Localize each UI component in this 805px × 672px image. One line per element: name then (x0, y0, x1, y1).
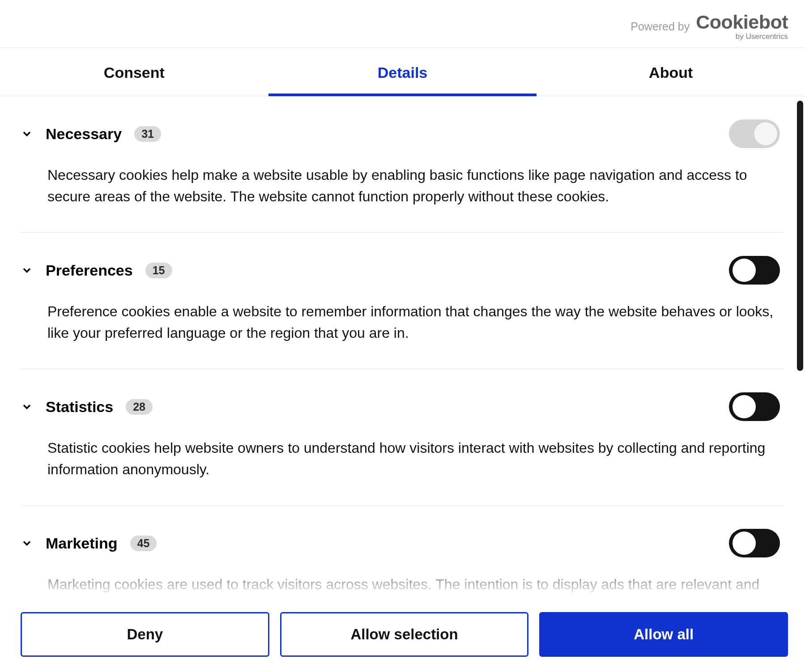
tabs: Consent Details About (0, 48, 805, 96)
content-scroll[interactable]: Necessary 31 Necessary cookies help make… (0, 96, 805, 597)
chevron-down-icon[interactable] (21, 537, 33, 549)
toggle-knob (733, 395, 756, 418)
category-marketing: Marketing 45 Marketing cookies are used … (21, 506, 784, 597)
category-header: Marketing 45 (21, 529, 784, 557)
category-count-badge: 31 (134, 126, 161, 142)
tab-consent[interactable]: Consent (0, 48, 268, 96)
toggle-knob (754, 122, 777, 145)
header: Powered by Cookiebot by Usercentrics (0, 0, 805, 48)
category-title: Statistics (46, 398, 113, 416)
category-header: Necessary 31 (21, 119, 784, 148)
deny-button[interactable]: Deny (21, 612, 269, 657)
toggle-knob (733, 532, 756, 555)
category-header: Preferences 15 (21, 256, 784, 285)
brand-name: Cookiebot (696, 13, 788, 32)
category-count-badge: 45 (130, 536, 157, 551)
category-necessary: Necessary 31 Necessary cookies help make… (21, 96, 784, 233)
chevron-down-icon[interactable] (21, 128, 33, 140)
scrollbar-thumb[interactable] (797, 101, 803, 371)
category-title: Necessary (46, 125, 122, 143)
toggle-knob (733, 259, 756, 282)
cookiebot-logo: Cookiebot by Usercentrics (696, 13, 788, 40)
allow-selection-button[interactable]: Allow selection (280, 612, 529, 657)
category-title: Preferences (46, 262, 133, 279)
tab-details[interactable]: Details (268, 48, 537, 96)
category-description: Preference cookies enable a website to r… (47, 301, 784, 344)
chevron-down-icon[interactable] (21, 264, 33, 276)
category-description: Necessary cookies help make a website us… (47, 164, 784, 207)
powered-by-label[interactable]: Powered by Cookiebot by Usercentrics (630, 13, 788, 40)
category-preferences: Preferences 15 Preference cookies enable… (21, 233, 784, 369)
allow-all-button[interactable]: Allow all (539, 612, 788, 657)
powered-by-text: Powered by (630, 20, 690, 33)
category-count-badge: 15 (145, 263, 172, 278)
toggle-preferences[interactable] (729, 256, 780, 285)
footer: Deny Allow selection Allow all (0, 597, 805, 672)
toggle-marketing[interactable] (729, 529, 780, 557)
chevron-down-icon[interactable] (21, 400, 33, 413)
tab-about[interactable]: About (537, 48, 805, 96)
scrollbar-track[interactable] (797, 101, 803, 592)
category-description: Statistic cookies help website owners to… (47, 437, 784, 480)
toggle-statistics[interactable] (729, 392, 780, 421)
content-wrapper: Necessary 31 Necessary cookies help make… (0, 96, 805, 597)
category-header: Statistics 28 (21, 392, 784, 421)
category-title: Marketing (46, 535, 118, 552)
brand-sub: by Usercentrics (736, 33, 788, 40)
category-statistics: Statistics 28 Statistic cookies help web… (21, 369, 784, 506)
category-description: Marketing cookies are used to track visi… (47, 574, 784, 597)
category-count-badge: 28 (126, 399, 153, 415)
toggle-necessary (729, 119, 780, 148)
